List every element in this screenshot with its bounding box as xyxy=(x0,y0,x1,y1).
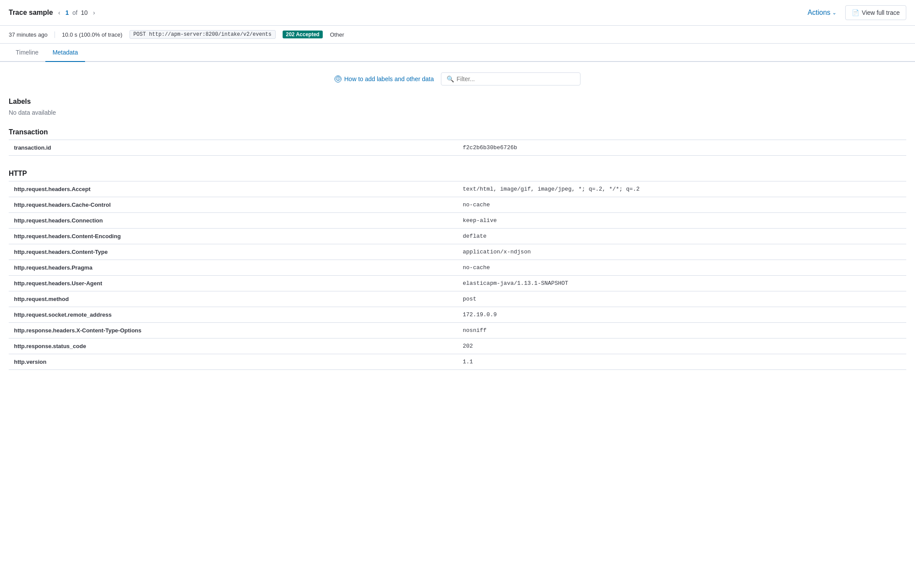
table-row: http.request.headers.Content-Typeapplica… xyxy=(9,244,906,260)
row-value: 172.19.0.9 xyxy=(458,307,906,323)
row-value: post xyxy=(458,291,906,307)
meta-other-label: Other xyxy=(330,31,344,38)
row-key: http.response.status_code xyxy=(9,338,458,354)
transaction-title: Transaction xyxy=(9,128,906,136)
status-badge: 202 Accepted xyxy=(283,31,323,38)
request-url: POST http://apm-server:8200/intake/v2/ev… xyxy=(130,30,276,39)
toolbar-row: ⓘ How to add labels and other data 🔍 xyxy=(9,72,906,85)
document-icon: 📄 xyxy=(852,9,859,16)
table-row: http.version1.1 xyxy=(9,354,906,370)
trace-duration: 10.0 s (100.0% of trace) xyxy=(55,31,123,38)
filter-input-wrapper[interactable]: 🔍 xyxy=(441,72,580,85)
table-row: http.request.headers.Cache-Controlno-cac… xyxy=(9,197,906,213)
row-key: http.version xyxy=(9,354,458,370)
table-row: http.response.status_code202 xyxy=(9,338,906,354)
row-key: http.request.headers.Pragma xyxy=(9,260,458,276)
top-bar-left: Trace sample ‹ 1 of 10 › xyxy=(9,8,97,17)
main-content: ⓘ How to add labels and other data 🔍 Lab… xyxy=(0,62,915,394)
row-value: deflate xyxy=(458,229,906,244)
table-row: http.request.headers.Accepttext/html, im… xyxy=(9,181,906,197)
http-table: http.request.headers.Accepttext/html, im… xyxy=(9,181,906,370)
filter-input[interactable] xyxy=(457,75,575,82)
row-key: http.request.headers.Cache-Control xyxy=(9,197,458,213)
labels-section: Labels No data available xyxy=(9,98,906,116)
row-value: application/x-ndjson xyxy=(458,244,906,260)
table-row: http.request.headers.Connectionkeep-aliv… xyxy=(9,213,906,229)
nav-next-button[interactable]: › xyxy=(91,8,97,17)
row-key: http.request.headers.Accept xyxy=(9,181,458,197)
row-key: transaction.id xyxy=(9,140,458,156)
tab-timeline[interactable]: Timeline xyxy=(9,44,45,62)
http-section: HTTP http.request.headers.Accepttext/htm… xyxy=(9,170,906,370)
top-bar: Trace sample ‹ 1 of 10 › Actions ⌄ 📄 Vie… xyxy=(0,0,915,26)
row-key: http.request.headers.User-Agent xyxy=(9,276,458,291)
row-value: no-cache xyxy=(458,260,906,276)
trace-time: 37 minutes ago xyxy=(9,31,48,38)
row-value: keep-alive xyxy=(458,213,906,229)
row-value: f2c2b6b30be6726b xyxy=(458,140,906,156)
tabs-container: Timeline Metadata xyxy=(0,44,915,62)
table-row: http.response.headers.X-Content-Type-Opt… xyxy=(9,323,906,338)
table-row: http.request.methodpost xyxy=(9,291,906,307)
tab-metadata[interactable]: Metadata xyxy=(45,44,85,62)
table-row: http.request.socket.remote_address172.19… xyxy=(9,307,906,323)
nav-current-page: 1 xyxy=(65,9,69,16)
view-full-trace-button[interactable]: 📄 View full trace xyxy=(845,5,906,20)
top-bar-right: Actions ⌄ 📄 View full trace xyxy=(804,5,906,20)
labels-no-data: No data available xyxy=(9,109,906,116)
table-row: transaction.idf2c2b6b30be6726b xyxy=(9,140,906,156)
table-row: http.request.headers.Pragmano-cache xyxy=(9,260,906,276)
nav-of-label: of xyxy=(72,9,78,16)
table-row: http.request.headers.Content-Encodingdef… xyxy=(9,229,906,244)
view-full-trace-label: View full trace xyxy=(862,9,900,16)
row-value: text/html, image/gif, image/jpeg, *; q=.… xyxy=(458,181,906,197)
page-title: Trace sample xyxy=(9,9,53,17)
row-value: no-cache xyxy=(458,197,906,213)
help-link[interactable]: ⓘ How to add labels and other data xyxy=(335,75,434,82)
search-icon: 🔍 xyxy=(447,75,454,82)
http-title: HTTP xyxy=(9,170,906,178)
actions-button[interactable]: Actions ⌄ xyxy=(804,7,840,18)
nav-total-pages: 10 xyxy=(81,9,88,16)
labels-title: Labels xyxy=(9,98,906,106)
transaction-section: Transaction transaction.idf2c2b6b30be672… xyxy=(9,128,906,156)
row-key: http.request.headers.Connection xyxy=(9,213,458,229)
actions-label: Actions xyxy=(808,9,830,17)
nav-prev-button[interactable]: ‹ xyxy=(56,8,62,17)
row-value: elasticapm-java/1.13.1-SNAPSHOT xyxy=(458,276,906,291)
row-key: http.response.headers.X-Content-Type-Opt… xyxy=(9,323,458,338)
row-value: 202 xyxy=(458,338,906,354)
help-link-label: How to add labels and other data xyxy=(344,75,434,82)
row-value: nosniff xyxy=(458,323,906,338)
row-key: http.request.socket.remote_address xyxy=(9,307,458,323)
table-row: http.request.headers.User-Agentelasticap… xyxy=(9,276,906,291)
info-circle-icon: ⓘ xyxy=(335,75,341,82)
transaction-table: transaction.idf2c2b6b30be6726b xyxy=(9,140,906,156)
chevron-down-icon: ⌄ xyxy=(832,10,836,16)
row-key: http.request.headers.Content-Encoding xyxy=(9,229,458,244)
row-key: http.request.headers.Content-Type xyxy=(9,244,458,260)
row-value: 1.1 xyxy=(458,354,906,370)
row-key: http.request.method xyxy=(9,291,458,307)
meta-bar: 37 minutes ago 10.0 s (100.0% of trace) … xyxy=(0,26,915,44)
